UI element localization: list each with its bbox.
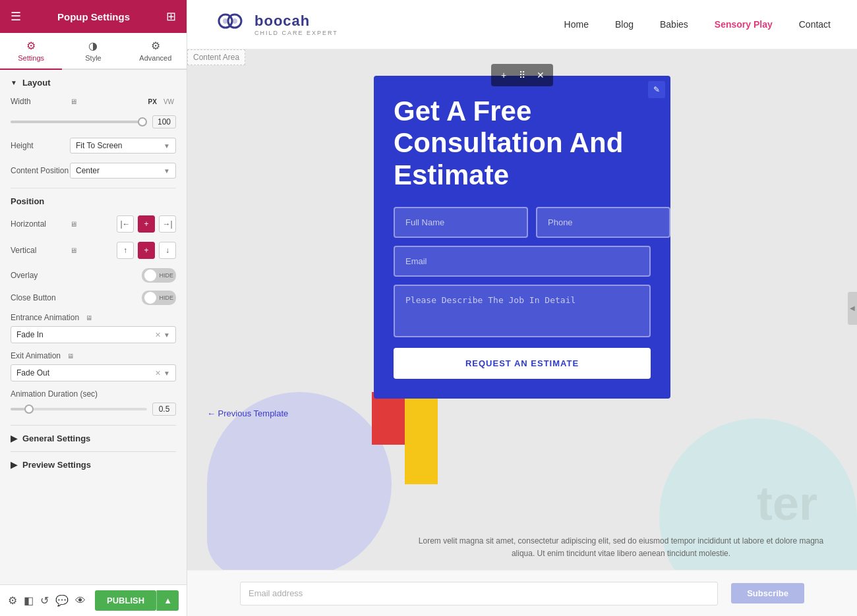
duration-slider-fill	[11, 408, 24, 410]
exit-info-icon: 🖥	[67, 352, 74, 360]
publish-button[interactable]: PUBLISH	[95, 590, 156, 611]
preview-settings-section: ▶ Preview Settings	[11, 451, 176, 478]
valign-middle-btn[interactable]: +	[138, 242, 155, 259]
nav-contact[interactable]: Contact	[799, 19, 831, 30]
exit-animation-label: Exit Animation	[11, 351, 61, 360]
shape-purple	[207, 392, 392, 576]
overlay-toggle-knob	[144, 269, 156, 281]
general-settings-section: ▶ General Settings	[11, 425, 176, 451]
main-area: boocah CHILD CARE EXPERT Home Blog Babie…	[187, 0, 857, 616]
settings-tab-label: Settings	[18, 54, 44, 62]
width-slider-thumb[interactable]	[138, 117, 147, 126]
align-left-btn[interactable]: |←	[117, 215, 134, 233]
publish-more-button[interactable]: ▲	[156, 590, 179, 611]
content-position-value: Center	[76, 166, 100, 175]
form-email-input[interactable]	[394, 246, 651, 277]
nav-blog[interactable]: Blog	[615, 19, 634, 30]
width-slider-row: 100	[11, 115, 176, 128]
form-submit-btn[interactable]: REQUEST AN ESTIMATE	[394, 348, 651, 379]
overlay-toggle-text: HIDE	[159, 272, 173, 279]
animation-duration-row: Animation Duration (sec) 0.5	[11, 389, 176, 416]
duration-slider-value[interactable]: 0.5	[152, 403, 176, 416]
nav-home[interactable]: Home	[564, 19, 589, 30]
height-dropdown-arrow: ▼	[163, 142, 170, 150]
height-dropdown-value: Fit To Screen	[76, 141, 122, 150]
layout-section-label: Layout	[22, 78, 51, 88]
nav-babies[interactable]: Babies	[660, 19, 688, 30]
exit-clear-icon[interactable]: ✕	[155, 369, 161, 378]
align-center-btn[interactable]: +	[138, 215, 155, 233]
popup-add-btn[interactable]: +	[495, 67, 512, 84]
svg-point-3	[232, 18, 237, 24]
align-right-btn[interactable]: →|	[159, 215, 176, 233]
big-bg-text: ter	[757, 476, 817, 530]
position-section-label: Position	[11, 196, 44, 206]
horizontal-monitor-icon: 🖥	[70, 220, 77, 228]
form-name-phone-row	[394, 207, 651, 238]
resize-handle[interactable]: ◀	[848, 292, 857, 325]
unit-vw[interactable]: VW	[162, 98, 176, 106]
form-phone-input[interactable]	[536, 207, 670, 238]
duration-slider-thumb[interactable]	[24, 405, 34, 414]
popup-close-btn[interactable]: ✕	[532, 67, 549, 84]
subscribe-button[interactable]: Subscribe	[731, 583, 804, 603]
close-button-toggle[interactable]: HIDE	[142, 291, 176, 305]
lorem-text: Lorem velit magna sit amet, consectetur …	[418, 535, 824, 560]
popup-move-btn[interactable]: ⠿	[514, 67, 531, 84]
entrance-clear-icon[interactable]: ✕	[155, 331, 161, 339]
horizontal-label: Horizontal	[11, 219, 70, 229]
general-settings-arrow: ▶	[11, 434, 17, 443]
exit-animation-row: Exit Animation 🖥 Fade Out ✕ ▼	[11, 351, 176, 381]
valign-top-btn[interactable]: ↑	[117, 242, 134, 259]
duration-slider-track[interactable]	[11, 408, 147, 410]
layout-section-header[interactable]: ▼ Layout	[11, 78, 176, 88]
entrance-dropdown-arrow: ▼	[163, 331, 170, 339]
vertical-label: Vertical	[11, 246, 70, 255]
overlay-label: Overlay	[11, 271, 142, 280]
form-description-textarea[interactable]	[394, 285, 651, 337]
preview-settings-header[interactable]: ▶ Preview Settings	[11, 460, 176, 470]
general-settings-header[interactable]: ▶ General Settings	[11, 434, 176, 443]
content-area-label: Content Area	[187, 49, 245, 65]
logo-main-text: boocah	[254, 13, 338, 30]
close-button-toggle-knob	[144, 292, 156, 304]
overlay-toggle[interactable]: HIDE	[142, 268, 176, 283]
width-slider-track[interactable]	[11, 121, 147, 123]
form-fullname-input[interactable]	[394, 207, 528, 238]
width-slider-value[interactable]: 100	[152, 115, 176, 128]
site-logo: boocah CHILD CARE EXPERT	[214, 8, 338, 41]
horizontal-align-buttons: |← + →|	[117, 215, 176, 233]
entrance-animation-row: Entrance Animation 🖥 Fade In ✕ ▼	[11, 313, 176, 343]
tab-advanced[interactable]: ⚙ Advanced	[125, 33, 187, 70]
content-position-dropdown[interactable]: Center ▼	[70, 163, 176, 179]
width-monitor-icon: 🖥	[70, 98, 77, 105]
email-input-fake[interactable]: Email address	[240, 582, 718, 605]
animation-duration-label: Animation Duration (sec)	[11, 389, 98, 399]
popup-edit-btn[interactable]: ✎	[648, 81, 665, 98]
valign-bottom-btn[interactable]: ↓	[159, 242, 176, 259]
entrance-info-icon: 🖥	[86, 314, 92, 322]
general-settings-label: General Settings	[22, 434, 90, 443]
panel-header-title: Popup Settings	[57, 11, 130, 22]
tab-settings[interactable]: ⚙ Settings	[0, 33, 62, 70]
footer-comment-icon[interactable]: 💬	[55, 594, 69, 607]
footer-layers-icon[interactable]: ◧	[24, 594, 34, 607]
footer-settings-icon[interactable]: ⚙	[8, 594, 17, 607]
position-section: Position Horizontal 🖥 |← + →| Vertical 🖥…	[11, 188, 176, 259]
entrance-animation-select[interactable]: Fade In ✕ ▼	[11, 326, 176, 343]
grid-icon[interactable]: ⊞	[166, 9, 176, 24]
height-dropdown[interactable]: Fit To Screen ▼	[70, 138, 176, 154]
footer-history-icon[interactable]: ↺	[40, 594, 49, 607]
exit-animation-select[interactable]: Fade Out ✕ ▼	[11, 364, 176, 381]
unit-px[interactable]: PX	[146, 98, 159, 106]
svg-point-2	[223, 18, 228, 24]
footer-eye-icon[interactable]: 👁	[75, 595, 86, 607]
height-label: Height	[11, 141, 70, 150]
close-button-toggle-row: Close Button HIDE	[11, 291, 176, 305]
logo-sub-text: CHILD CARE EXPERT	[254, 30, 338, 36]
nav-sensory-play[interactable]: Sensory Play	[715, 19, 773, 30]
tab-style[interactable]: ◑ Style	[62, 33, 124, 70]
close-button-label: Close Button	[11, 293, 142, 302]
prev-template-link[interactable]: ← Previous Template	[207, 408, 288, 418]
hamburger-icon[interactable]: ☰	[11, 9, 21, 24]
